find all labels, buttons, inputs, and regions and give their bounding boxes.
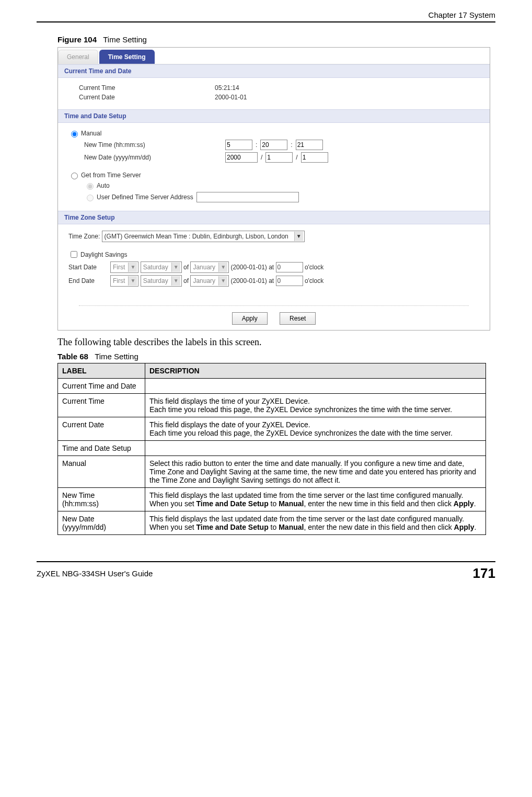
- description-table: LABEL DESCRIPTION Current Time and DateC…: [57, 363, 486, 535]
- table-row: New Time (hh:mm:ss)This field displays t…: [58, 488, 486, 511]
- table-cell-desc: This field displays the last updated tim…: [145, 488, 486, 511]
- user-defined-input[interactable]: [196, 192, 299, 202]
- section-current-title: Current Time and Date: [58, 64, 490, 78]
- table-number: Table 68: [57, 352, 88, 361]
- header-rule: [37, 21, 495, 22]
- table-row: Current Time and Date: [58, 379, 486, 394]
- time-sep-2: :: [291, 141, 292, 149]
- table-cell-label: Current Time and Date: [58, 379, 145, 394]
- section-current-body: Current Time 05:21:14 Current Date 2000-…: [58, 78, 490, 109]
- chevron-down-icon: ▼: [218, 263, 227, 272]
- table-cell-desc: This field displays the date of your ZyX…: [145, 417, 486, 441]
- date-sep-2: /: [296, 154, 297, 161]
- table-cell-desc: [145, 379, 486, 394]
- start-month-value: January: [193, 264, 215, 271]
- new-time-label: New Time (hh:mm:ss): [84, 141, 204, 149]
- daylight-label: Daylight Savings: [80, 251, 127, 258]
- figure-number: Figure 104: [57, 35, 97, 44]
- of-text-2: of: [183, 277, 189, 284]
- end-weekday-select[interactable]: Saturday▼: [141, 275, 182, 287]
- user-defined-radio[interactable]: [87, 195, 94, 201]
- tab-time-setting[interactable]: Time Setting: [99, 50, 155, 64]
- start-ordinal-value: First: [113, 264, 125, 271]
- time-ss-input[interactable]: [296, 140, 323, 150]
- chevron-down-icon: ▼: [128, 263, 137, 272]
- figure-caption-text: Time Setting: [103, 35, 147, 44]
- current-date-label: Current Date: [79, 94, 215, 101]
- auto-radio[interactable]: [87, 183, 94, 190]
- button-row: Apply Reset: [79, 305, 469, 325]
- user-defined-label: User Defined Time Server Address: [97, 193, 193, 201]
- page-footer: ZyXEL NBG-334SH User's Guide 171: [37, 561, 495, 582]
- table-cell-label: Manual: [58, 456, 145, 488]
- manual-radio[interactable]: [71, 131, 78, 138]
- end-date-label: End Date: [68, 277, 110, 284]
- table-caption: Table 68 Time Setting: [57, 352, 495, 361]
- daylight-checkbox[interactable]: [71, 251, 77, 258]
- time-zone-label: Time Zone:: [68, 233, 100, 240]
- footer-page-number: 171: [473, 565, 495, 582]
- table-cell-label: New Date (yyyy/mm/dd): [58, 511, 145, 535]
- time-zone-select[interactable]: (GMT) Greenwich Mean Time : Dublin, Edin…: [102, 231, 305, 242]
- chevron-down-icon: ▼: [218, 276, 227, 286]
- time-mm-input[interactable]: [260, 140, 287, 150]
- chevron-down-icon: ▼: [171, 263, 180, 272]
- table-row: New Date (yyyy/mm/dd)This field displays…: [58, 511, 486, 535]
- end-ordinal-value: First: [113, 277, 125, 284]
- start-hour-input[interactable]: [276, 262, 303, 272]
- get-server-label: Get from Time Server: [81, 172, 141, 179]
- chevron-down-icon: ▼: [294, 232, 303, 241]
- start-month-select[interactable]: January▼: [190, 261, 229, 273]
- table-cell-label: Current Time: [58, 394, 145, 417]
- table-row: Current TimeThis field displays the time…: [58, 394, 486, 417]
- at-text-1: at: [269, 264, 274, 271]
- end-hour-input[interactable]: [276, 276, 303, 286]
- table-caption-text: Time Setting: [95, 352, 138, 361]
- start-weekday-value: Saturday: [143, 264, 168, 271]
- start-date-label: Start Date: [68, 264, 110, 271]
- start-date-paren: (2000-01-01): [230, 264, 267, 271]
- time-hh-input[interactable]: [225, 140, 252, 150]
- apply-button[interactable]: Apply: [232, 312, 268, 325]
- end-ordinal-select[interactable]: First▼: [110, 275, 138, 287]
- date-d-input[interactable]: [301, 152, 328, 163]
- of-text-1: of: [183, 264, 189, 271]
- time-sep-1: :: [256, 141, 257, 149]
- section-tz-title: Time Zone Setup: [58, 211, 490, 224]
- get-server-radio[interactable]: [71, 173, 78, 179]
- table-row: ManualSelect this radio button to enter …: [58, 456, 486, 488]
- table-head-label: LABEL: [58, 363, 145, 379]
- table-head-desc: DESCRIPTION: [145, 363, 486, 379]
- section-setup-body: Manual New Time (hh:mm:ss) : : New Date …: [58, 123, 490, 211]
- table-row: Time and Date Setup: [58, 441, 486, 456]
- chevron-down-icon: ▼: [171, 276, 180, 286]
- section-tz-body: Time Zone: (GMT) Greenwich Mean Time : D…: [58, 224, 490, 295]
- end-month-value: January: [193, 277, 215, 284]
- manual-label: Manual: [81, 130, 101, 137]
- tab-general[interactable]: General: [58, 50, 98, 64]
- chapter-header: Chapter 17 System: [37, 10, 495, 19]
- auto-label: Auto: [97, 182, 110, 189]
- current-date-value: 2000-01-01: [215, 94, 247, 101]
- date-y-input[interactable]: [225, 152, 258, 163]
- end-month-select[interactable]: January▼: [190, 275, 229, 287]
- reset-button[interactable]: Reset: [280, 312, 316, 325]
- figure-caption: Figure 104 Time Setting: [57, 35, 495, 44]
- time-zone-value: (GMT) Greenwich Mean Time : Dublin, Edin…: [105, 233, 291, 240]
- intro-text: The following table describes the labels…: [57, 337, 495, 348]
- current-time-label: Current Time: [79, 84, 215, 92]
- start-weekday-select[interactable]: Saturday▼: [141, 261, 182, 273]
- section-setup-title: Time and Date Setup: [58, 109, 490, 123]
- table-cell-label: Current Date: [58, 417, 145, 441]
- oclock-2: o'clock: [305, 277, 323, 284]
- footer-guide: ZyXEL NBG-334SH User's Guide: [37, 569, 153, 578]
- table-cell-label: New Time (hh:mm:ss): [58, 488, 145, 511]
- new-date-label: New Date (yyyy/mm/dd): [84, 154, 204, 161]
- date-m-input[interactable]: [265, 152, 293, 163]
- at-text-2: at: [269, 277, 274, 284]
- oclock-1: o'clock: [305, 264, 323, 271]
- table-cell-desc: [145, 441, 486, 456]
- start-ordinal-select[interactable]: First▼: [110, 261, 138, 273]
- tab-row: General Time Setting: [58, 48, 490, 64]
- table-row: Current DateThis field displays the date…: [58, 417, 486, 441]
